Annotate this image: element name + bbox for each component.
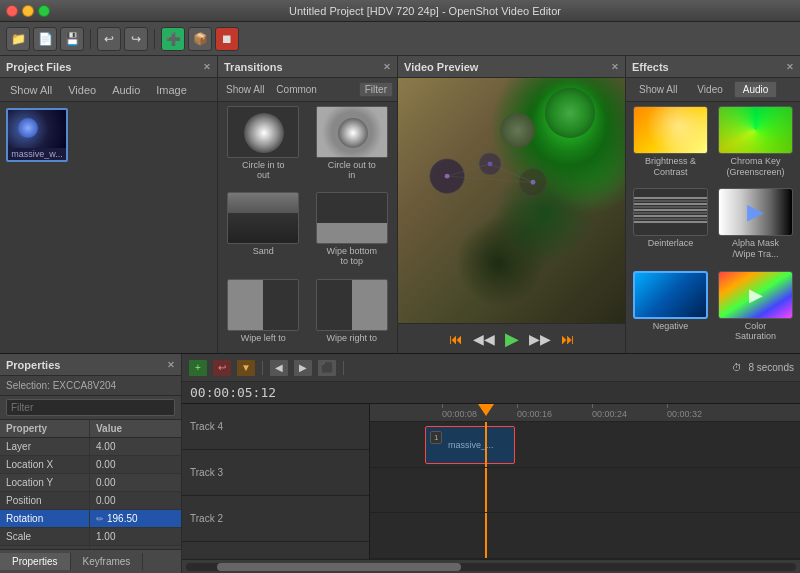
titlebar: Untitled Project [HDV 720 24p] - OpenSho…: [0, 0, 800, 22]
ruler-tick-4: 00:00:32: [667, 409, 702, 419]
prop-row-location-x[interactable]: Location X 0.00: [0, 456, 181, 474]
tab-video[interactable]: Video: [64, 82, 100, 98]
close-button[interactable]: [6, 5, 18, 17]
effects-tab-all[interactable]: Show All: [630, 81, 686, 98]
project-files-header: Project Files ✕: [0, 56, 217, 78]
new-button[interactable]: 📁: [6, 27, 30, 51]
tl-stop-button[interactable]: ⬛: [317, 359, 337, 377]
playhead-marker: [478, 404, 494, 416]
effect-alpha[interactable]: Alpha Mask/Wipe Tra...: [715, 188, 796, 266]
video-preview-panel: Video Preview ✕: [398, 56, 625, 353]
timeline-scrollbar[interactable]: [182, 559, 800, 573]
tl-prev-button[interactable]: ◀: [269, 359, 289, 377]
tl-play-button[interactable]: ▶: [293, 359, 313, 377]
transition-label-circle-in: Circle in toout: [242, 160, 285, 180]
properties-filter-input[interactable]: [6, 399, 175, 416]
tl-sep-2: [343, 361, 344, 375]
preview-video-area[interactable]: [398, 78, 625, 323]
preview-close-icon[interactable]: ✕: [611, 62, 619, 72]
effect-label-deinterlace: Deinterlace: [648, 238, 694, 249]
tab-properties[interactable]: Properties: [0, 553, 71, 570]
transition-sand[interactable]: Sand: [222, 192, 305, 272]
transitions-filter-button[interactable]: Filter: [359, 82, 393, 97]
undo-button[interactable]: ↩: [97, 27, 121, 51]
prop-cell-scale-value: 1.00: [90, 528, 181, 545]
maximize-button[interactable]: [38, 5, 50, 17]
file-item[interactable]: massive_w...: [6, 108, 68, 162]
tab-show-all[interactable]: Show All: [6, 82, 56, 98]
transition-wipe-right[interactable]: Wipe right to: [311, 279, 394, 349]
tl-remove-button[interactable]: ↩: [212, 359, 232, 377]
rewind-button[interactable]: ◀◀: [474, 329, 494, 349]
svg-point-0: [430, 159, 464, 193]
track-row-4: 1 massive_...: [370, 422, 800, 468]
timeline-main: Track 4 Track 3 Track 2 00:00:08 00:00:1…: [182, 404, 800, 559]
fast-forward-button[interactable]: ▶▶: [530, 329, 550, 349]
minimize-button[interactable]: [22, 5, 34, 17]
effect-negative[interactable]: Negative: [630, 271, 711, 349]
open-button[interactable]: 📄: [33, 27, 57, 51]
titlebar-buttons: [6, 5, 50, 17]
effect-thumb-deinterlace: [633, 188, 708, 236]
prop-cell-layer-value: 4.00: [90, 438, 181, 455]
timeline-toolbar: + ↩ ▼ ◀ ▶ ⬛ ⏱ 8 seconds: [182, 354, 800, 382]
trans-tab-all[interactable]: Show All: [222, 82, 268, 97]
trans-tab-common[interactable]: Common: [272, 82, 321, 97]
prop-cell-scale-name: Scale: [0, 528, 90, 545]
prop-cell-rotation-value: ✏ 196.50: [90, 510, 181, 527]
effects-close-icon[interactable]: ✕: [786, 62, 794, 72]
preview-controls: ⏮ ◀◀ ▶ ▶▶ ⏭: [398, 323, 625, 353]
tab-keyframes[interactable]: Keyframes: [71, 553, 144, 570]
effect-deinterlace[interactable]: Deinterlace: [630, 188, 711, 266]
effects-tab-video[interactable]: Video: [688, 81, 731, 98]
svg-point-2: [519, 169, 546, 196]
svg-point-8: [531, 180, 536, 185]
track-clip-video[interactable]: 1 massive_...: [425, 426, 515, 464]
prop-row-layer[interactable]: Layer 4.00: [0, 438, 181, 456]
skip-back-button[interactable]: ⏮: [446, 329, 466, 349]
panel-menu-icon[interactable]: ✕: [203, 62, 211, 72]
effect-color-sat[interactable]: ColorSaturation: [715, 271, 796, 349]
transition-wipe-left[interactable]: Wipe left to: [222, 279, 305, 349]
redo-button[interactable]: ↪: [124, 27, 148, 51]
transition-circle-out[interactable]: Circle out toin: [311, 106, 394, 186]
timeline-ruler: 00:00:08 00:00:16 00:00:24 00:00:32: [370, 404, 800, 422]
track-row-3: [370, 468, 800, 514]
transitions-grid: Circle in toout Circle out toin Sand Wip…: [218, 102, 397, 353]
skip-forward-button[interactable]: ⏭: [558, 329, 578, 349]
tl-filter-button[interactable]: ▼: [236, 359, 256, 377]
package-button[interactable]: 📦: [188, 27, 212, 51]
add-button[interactable]: ➕: [161, 27, 185, 51]
transitions-panel: Transitions ✕ Show All Common Filter Cir…: [218, 56, 398, 353]
scrollbar-thumb[interactable]: [217, 563, 461, 571]
project-files-content: massive_w...: [0, 102, 217, 353]
prop-row-scale[interactable]: Scale 1.00: [0, 528, 181, 546]
prop-row-position[interactable]: Position 0.00: [0, 492, 181, 510]
track-label-3: Track 3: [182, 450, 369, 496]
tl-add-button[interactable]: +: [188, 359, 208, 377]
transition-label-sand: Sand: [253, 246, 274, 256]
play-button[interactable]: ▶: [502, 329, 522, 349]
transition-circle-in[interactable]: Circle in toout: [222, 106, 305, 186]
effect-chroma[interactable]: Chroma Key(Greenscreen): [715, 106, 796, 184]
save-button[interactable]: 💾: [60, 27, 84, 51]
effects-tab-audio[interactable]: Audio: [734, 81, 778, 98]
timeline-tracks-area: 00:00:08 00:00:16 00:00:24 00:00:32 1 ma…: [370, 404, 800, 559]
playhead-line-2: [485, 513, 487, 558]
effects-grid: Brightness &Contrast Chroma Key(Greenscr…: [626, 102, 800, 353]
transitions-close-icon[interactable]: ✕: [383, 62, 391, 72]
transition-wipe-bottom[interactable]: Wipe bottomto top: [311, 192, 394, 272]
file-label: massive_w...: [8, 148, 66, 160]
prop-row-location-y[interactable]: Location Y 0.00: [0, 474, 181, 492]
tab-image[interactable]: Image: [152, 82, 191, 98]
properties-close-icon[interactable]: ✕: [167, 360, 175, 370]
effects-title: Effects: [632, 61, 669, 73]
prop-cell-location-x-value: 0.00: [90, 456, 181, 473]
prop-row-rotation[interactable]: Rotation ✏ 196.50: [0, 510, 181, 528]
prop-cell-layer-name: Layer: [0, 438, 90, 455]
preview-overlay-svg: [398, 78, 625, 207]
effect-brightness[interactable]: Brightness &Contrast: [630, 106, 711, 184]
tab-audio[interactable]: Audio: [108, 82, 144, 98]
effect-thumb-negative: [633, 271, 708, 319]
stop-button[interactable]: ⏹: [215, 27, 239, 51]
